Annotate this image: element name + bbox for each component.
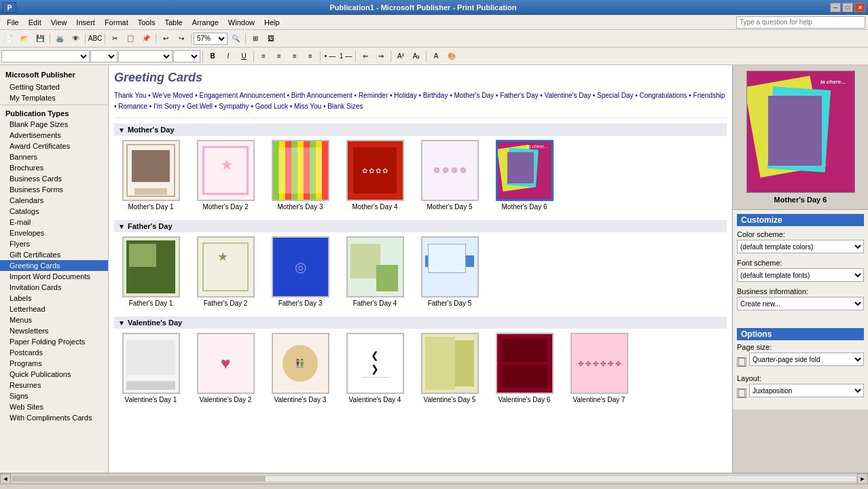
sidebar-item-menus[interactable]: Menus <box>0 314 108 325</box>
category-mothers-day-header[interactable]: ▼ Mother's Day <box>114 124 727 136</box>
link-special-day[interactable]: Special Day <box>597 92 633 99</box>
link-fathers-day[interactable]: Father's Day <box>500 92 538 99</box>
align-justify-button[interactable]: ≡ <box>303 50 318 63</box>
card-md1[interactable]: Mother's Day 1 <box>117 140 185 211</box>
sidebar-item-brochures[interactable]: Brochures <box>0 162 108 173</box>
card-md3[interactable]: Mother's Day 3 <box>266 140 334 211</box>
link-holiday[interactable]: Holiday <box>394 92 416 99</box>
category-fathers-day-header[interactable]: ▼ Father's Day <box>114 220 727 232</box>
sidebar-item-greeting-cards[interactable]: Greeting Cards <box>0 260 108 271</box>
card-vd4[interactable]: ❮ ❯ Valentine's Day 4 <box>341 333 409 403</box>
card-fd3[interactable]: ◎ Father's Day 3 <box>266 236 334 307</box>
business-info-select[interactable]: Create new... <box>737 297 864 310</box>
sidebar-item-award-certificates[interactable]: Award Certificates <box>0 141 108 151</box>
link-miss-you[interactable]: Miss You <box>294 103 321 110</box>
menu-window[interactable]: Window <box>224 17 259 28</box>
font-scheme-select[interactable]: (default template fonts) <box>737 268 864 282</box>
print-button[interactable]: 🖨️ <box>52 32 67 46</box>
menu-view[interactable]: View <box>47 17 71 28</box>
link-friendship[interactable]: Friendship <box>693 92 725 99</box>
card-fd5[interactable]: Father's Day 5 <box>416 236 484 307</box>
insert-picture-button[interactable]: 🖼 <box>264 32 278 46</box>
scroll-left-button[interactable]: ◄ <box>0 473 11 484</box>
card-vd1[interactable]: Valentine's Day 1 <box>117 333 185 403</box>
superscript-button[interactable]: A² <box>393 50 408 63</box>
sidebar-item-letterhead[interactable]: Letterhead <box>0 304 108 314</box>
sidebar-item-business-cards[interactable]: Business Cards <box>0 173 108 184</box>
sidebar-item-email[interactable]: E-mail <box>0 217 108 228</box>
font-size-select[interactable] <box>90 50 117 62</box>
bullet-list-button[interactable]: • — <box>323 50 338 63</box>
open-button[interactable]: 📂 <box>17 32 32 46</box>
link-good-luck[interactable]: Good Luck <box>255 103 288 110</box>
insert-table-button[interactable]: ⊞ <box>248 32 263 46</box>
sidebar-item-flyers[interactable]: Flyers <box>0 238 108 249</box>
zoom-in-button[interactable]: 🔍 <box>228 32 243 46</box>
sidebar-item-invitation-cards[interactable]: Invitation Cards <box>0 282 108 293</box>
link-blank-sizes[interactable]: Blank Sizes <box>327 103 363 110</box>
layout-select[interactable]: Juxtaposition <box>749 384 864 397</box>
card-md5[interactable]: ❁ ❁ ❁ ❁ Mother's Day 5 <box>416 140 484 211</box>
undo-button[interactable]: ↩ <box>158 32 173 46</box>
sidebar-item-catalogs[interactable]: Catalogs <box>0 206 108 217</box>
sidebar-item-gift-certificates[interactable]: Gift Certificates <box>0 249 108 260</box>
numbered-list-button[interactable]: 1 — <box>338 50 353 63</box>
card-vd5[interactable]: Valentine's Day 5 <box>416 333 484 403</box>
link-valentines-day[interactable]: Valentine's Day <box>545 92 591 99</box>
link-reminder[interactable]: Reminder <box>359 92 388 99</box>
highlight-button[interactable]: 🎨 <box>444 50 459 63</box>
content-scroll-area[interactable]: Greeting Cards Thank You • We've Moved •… <box>109 65 732 473</box>
align-center-button[interactable]: ≡ <box>272 50 287 63</box>
color-scheme-select[interactable]: (default template colors) <box>737 240 864 253</box>
sidebar-item-web-sites[interactable]: Web Sites <box>0 401 108 412</box>
sidebar-item-resumes[interactable]: Resumes <box>0 380 108 391</box>
sidebar-item-newsletters[interactable]: Newsletters <box>0 325 108 336</box>
help-input[interactable] <box>736 16 865 29</box>
menu-format[interactable]: Format <box>101 17 132 28</box>
sidebar-item-postcards[interactable]: Postcards <box>0 347 108 358</box>
scrollbar-track[interactable] <box>12 476 856 482</box>
redo-button[interactable]: ↪ <box>174 32 189 46</box>
menu-insert[interactable]: Insert <box>72 17 99 28</box>
sidebar-item-quick-publications[interactable]: Quick Publications <box>0 369 108 380</box>
sidebar-item-envelopes[interactable]: Envelopes <box>0 228 108 238</box>
sidebar-item-banners[interactable]: Banners <box>0 151 108 162</box>
increase-indent-button[interactable]: ⇒ <box>374 50 388 63</box>
menu-edit[interactable]: Edit <box>24 17 46 28</box>
sidebar-item-advertisements[interactable]: Advertisements <box>0 130 108 141</box>
sidebar-item-getting-started[interactable]: Getting Started <box>0 82 108 92</box>
font-name-select[interactable] <box>1 50 90 62</box>
align-right-button[interactable]: ≡ <box>287 50 302 63</box>
card-fd1[interactable]: Father's Day 1 <box>117 236 185 307</box>
close-button[interactable]: ✕ <box>854 3 865 12</box>
print-preview-button[interactable]: 👁️ <box>68 32 83 46</box>
link-engagement[interactable]: Engagement Announcement <box>199 92 285 99</box>
decrease-indent-button[interactable]: ⇐ <box>358 50 373 63</box>
card-md2[interactable]: ★ Mother's Day 2 <box>192 140 259 211</box>
minimize-button[interactable]: ─ <box>830 3 841 12</box>
link-birth[interactable]: Birth Announcement <box>291 92 352 99</box>
card-vd7[interactable]: ✤ ✤ ✤ ✤ ✤ ✤ Valentine's Day 7 <box>565 333 633 403</box>
sidebar-item-programs[interactable]: Programs <box>0 358 108 369</box>
card-md4[interactable]: ✿ ✿ ✿ ✿ Mother's Day 4 <box>341 140 409 211</box>
sidebar-item-business-forms[interactable]: Business Forms <box>0 184 108 195</box>
card-fd4[interactable]: Father's Day 4 <box>341 236 409 307</box>
page-size-select[interactable]: Quarter-page side fold <box>749 352 864 366</box>
zoom-select[interactable]: 57% 75% 100% <box>194 33 228 45</box>
align-left-button[interactable]: ≡ <box>256 50 271 63</box>
new-button[interactable]: 📄 <box>1 32 16 46</box>
cut-button[interactable]: ✂ <box>107 32 122 46</box>
sidebar-item-signs[interactable]: Signs <box>0 391 108 401</box>
spell-button[interactable]: ABC <box>88 32 103 46</box>
menu-file[interactable]: File <box>3 17 23 28</box>
font-style-select[interactable] <box>118 50 173 62</box>
font-color-select[interactable] <box>173 50 200 62</box>
scroll-right-button[interactable]: ► <box>857 473 868 484</box>
link-mothers-day[interactable]: Mother's Day <box>454 92 494 99</box>
link-get-well[interactable]: Get Well <box>187 103 213 110</box>
underline-button[interactable]: U <box>236 50 251 63</box>
menu-table[interactable]: Table <box>160 17 186 28</box>
link-congratulations[interactable]: Congratulations <box>640 92 687 99</box>
category-valentines-day-header[interactable]: ▼ Valentine's Day <box>114 316 727 329</box>
sidebar-item-labels[interactable]: Labels <box>0 293 108 304</box>
